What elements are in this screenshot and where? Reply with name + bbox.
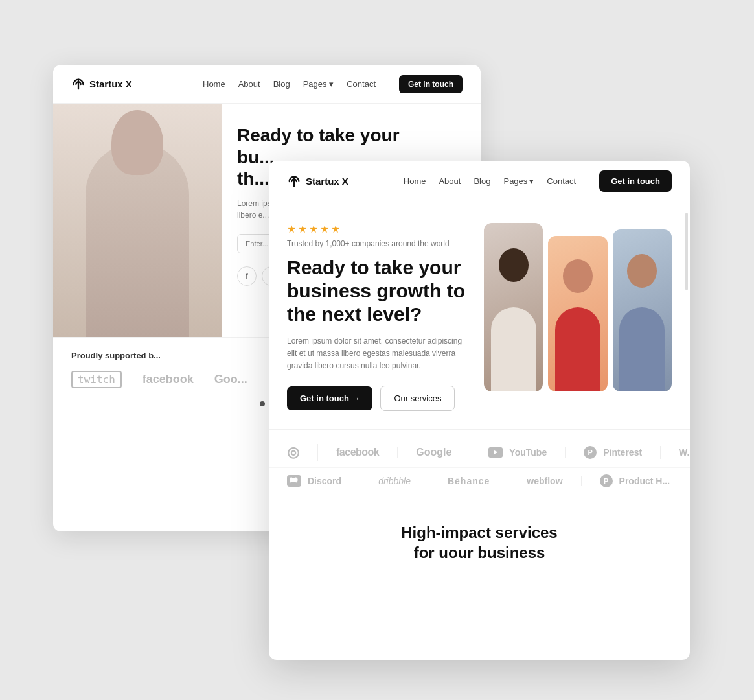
back-logo: Startux X [71,77,132,91]
brand-producthunt: P Product H... [582,474,689,487]
webflow-label: webflow [527,476,562,486]
brands-row-2: Discord dribbble Bēhance webflow P Produ… [269,467,690,494]
star-1: ★ [287,223,296,235]
brand-facebook: facebook [318,447,398,458]
brand-discord: Discord [269,475,360,487]
front-nav-home[interactable]: Home [404,176,426,186]
brand-pinterest: P Pinterest [566,446,661,459]
google-label: Google [416,447,451,458]
avatar-2 [548,236,607,391]
front-hero-photos [484,223,672,391]
avatar-torso-2 [555,307,600,391]
avatar-head-3 [627,254,657,288]
avatar-torso-3 [619,307,665,391]
pinterest-icon: P [584,446,597,459]
back-nav-home[interactable]: Home [203,79,225,89]
front-services: High-impact services for uour business [269,502,690,563]
back-person-figure [86,143,189,337]
youtube-label: YouTube [509,447,547,458]
back-brand-twitch: twitch [71,371,122,388]
front-nav-links: Home About Blog Pages ▾ Contact Get in t… [404,170,672,192]
pinterest-label: Pinterest [603,447,642,458]
front-nav-about[interactable]: About [439,176,461,186]
front-brands-section: ◎ facebook Google YouTube P Pinterest W [269,429,690,502]
front-logo-icon [287,174,301,189]
avatar-head-1 [499,248,529,282]
brands-row-1: ◎ facebook Google YouTube P Pinterest W [269,438,690,467]
person-photo-1 [484,223,543,391]
back-dot-1[interactable] [260,401,265,406]
brand-google: Google [398,447,470,458]
brand-partial-right-label: W... [679,447,690,458]
pages-chevron-icon: ▾ [529,176,534,186]
brand-webflow: webflow [508,476,581,486]
front-our-services-button[interactable]: Our services [380,386,455,411]
front-nav-pages[interactable]: Pages ▾ [503,176,534,186]
avatar-head-2 [563,259,593,293]
back-brand-google: Goo... [214,373,247,386]
person-photo-2 [548,236,607,391]
back-hero-image [53,104,222,337]
card-back-navbar: Startux X Home About Blog Pages ▾ Contac… [53,65,481,104]
brand-behance: Bēhance [429,476,508,486]
discord-icon [287,475,301,487]
behance-label: Bēhance [448,476,490,486]
brand-youtube: YouTube [470,447,566,458]
back-nav-links: Home About Blog Pages ▾ Contact Get in t… [203,75,463,93]
canvas: Startux X Home About Blog Pages ▾ Contac… [0,0,754,700]
star-5: ★ [331,223,340,235]
discord-label: Discord [308,476,341,486]
front-nav-contact[interactable]: Contact [547,176,576,186]
services-title-line1: High-impact services [401,524,557,541]
back-nav-pages[interactable]: Pages ▾ [303,79,334,89]
dribbble-label: dribbble [378,476,411,486]
avatar-body-3 [621,254,663,392]
front-hero-left: ★ ★ ★ ★ ★ Trusted by 1,000+ companies ar… [287,223,471,411]
brand-partial-right: W... [661,447,690,458]
person-photo-3 [613,229,672,391]
front-logo: Startux X [287,174,348,189]
back-nav-contact[interactable]: Contact [347,79,376,89]
facebook-label: facebook [336,447,379,458]
front-get-in-touch-button[interactable]: Get in touch → [287,386,372,410]
avatar-torso-1 [491,307,536,391]
front-hero-desc: Lorem ipsum dolor sit amet, consectetur … [287,335,468,373]
services-title-line2: for uour business [414,544,545,561]
avatar-body-1 [493,248,534,391]
front-trust-text: Trusted by 1,000+ companies around the w… [287,239,471,248]
front-navbar: Startux X Home About Blog Pages ▾ Contac… [269,161,690,202]
back-hero-person [53,104,222,337]
avatar-1 [484,223,543,391]
back-brand-facebook: facebook [143,373,194,386]
avatar-body-2 [557,259,599,391]
front-nav-blog[interactable]: Blog [474,176,490,186]
producthunt-icon: P [600,474,613,487]
front-stars: ★ ★ ★ ★ ★ [287,223,471,235]
brand-partial-left: ◎ [269,444,318,461]
front-hero-title: Ready to take yourbusiness growth tothe … [287,256,471,326]
star-3: ★ [309,223,318,235]
avatar-3 [613,229,672,391]
back-facebook-icon[interactable]: f [237,266,257,286]
star-4: ★ [320,223,329,235]
front-hero-buttons: Get in touch → Our services [287,386,471,411]
back-logo-text: Startux X [89,78,132,89]
front-cta-button[interactable]: Get in touch [599,170,672,192]
brand-partial-icon: ◎ [287,444,299,461]
back-nav-blog[interactable]: Blog [273,79,290,89]
front-hero: ★ ★ ★ ★ ★ Trusted by 1,000+ companies ar… [269,202,690,429]
back-logo-icon [71,77,86,91]
producthunt-label: Product H... [619,476,670,486]
card-front: Startux X Home About Blog Pages ▾ Contac… [269,161,690,660]
brand-dribbble: dribbble [360,476,429,486]
star-2: ★ [298,223,307,235]
back-nav-about[interactable]: About [238,79,260,89]
youtube-icon [488,447,503,458]
front-logo-text: Startux X [306,176,348,187]
back-cta-button[interactable]: Get in touch [399,75,463,93]
services-title: High-impact services for uour business [287,522,672,563]
